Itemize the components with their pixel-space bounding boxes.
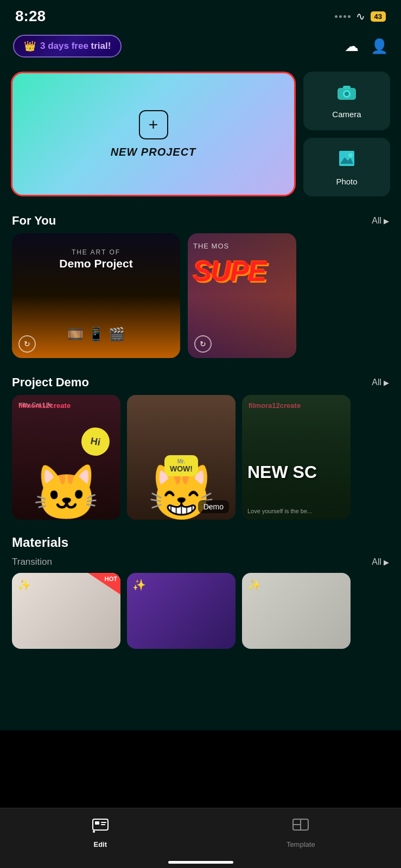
clapper-icon: 🎬: [109, 327, 125, 342]
for-you-section-header: For You All ▶: [0, 207, 401, 233]
hi-bubble: Hi: [79, 425, 112, 458]
top-cards-row: + NEW PROJECT Camera: [0, 65, 401, 207]
phone-icon: 📱: [88, 327, 104, 342]
card-demo-title: Demo Project: [12, 257, 180, 270]
project-demo-scroll: Kitty Cat Life filmora12create 🐱 Hi 😸 Mr…: [0, 395, 401, 531]
cat-1-emoji: 🐱: [33, 465, 100, 520]
photo-label: Photo: [336, 177, 357, 186]
for-you-title: For You: [12, 214, 56, 228]
project-demo-all-button[interactable]: All ▶: [372, 378, 389, 387]
edit-nav-label: Edit: [93, 840, 107, 848]
crown-icon: 👑: [24, 40, 36, 52]
status-time: 8:28: [15, 8, 46, 25]
main-content: + NEW PROJECT Camera: [0, 65, 401, 730]
hot-badge-text: HOT: [105, 576, 117, 582]
new-project-label: NEW PROJECT: [111, 146, 196, 158]
camera-button[interactable]: Camera: [303, 72, 390, 130]
svg-rect-6: [95, 821, 99, 825]
svg-point-2: [345, 92, 349, 96]
for-you-card-1[interactable]: THE ART OF Demo Project 🎞️ 📱 🎬 ↻: [12, 233, 180, 358]
replay-icon: ↻: [24, 340, 30, 348]
transition-card-1[interactable]: ✨ HOT: [12, 573, 120, 649]
signal-dot-4: [348, 15, 351, 18]
tc-icon-1: ✨: [17, 578, 31, 591]
photo-icon: [337, 149, 357, 173]
photo-button[interactable]: Photo: [303, 138, 390, 196]
cloud-icon[interactable]: ☁: [345, 38, 359, 55]
card-1-replay-button[interactable]: ↻: [18, 335, 36, 353]
nav-template[interactable]: Template: [201, 815, 402, 852]
edit-nav-icon: [92, 818, 109, 837]
project-demo-section-header: Project Demo All ▶: [0, 369, 401, 395]
filmora-tag-1: filmora12create: [18, 401, 71, 410]
card-super-text: SUPE: [193, 255, 266, 288]
wifi-icon: ∿: [356, 10, 365, 23]
battery-badge: 43: [371, 11, 386, 22]
svg-point-9: [93, 831, 95, 833]
status-icons: ∿ 43: [335, 10, 386, 23]
demo-card-2[interactable]: 😸 Mr. WOW! Demo: [127, 395, 235, 520]
signal-dot-1: [335, 15, 338, 18]
tc-icon-2: ✨: [132, 578, 146, 591]
camera-label: Camera: [332, 110, 361, 119]
svg-rect-5: [93, 819, 108, 830]
card-filmstrip: 🎞️ 📱 🎬: [12, 327, 180, 342]
transition-header: Transition All ▶: [0, 552, 401, 573]
chevron-right-icon-2: ▶: [384, 379, 389, 387]
tc-icon-3: ✨: [247, 578, 261, 591]
transition-all-button[interactable]: All ▶: [372, 557, 389, 567]
side-cards: Camera Photo: [303, 72, 390, 196]
signal-dot-2: [339, 15, 342, 18]
trial-free-text: 3 days free trial!: [40, 41, 111, 52]
card-most-text: THE MOS: [193, 242, 229, 250]
film-reel-icon: 🎞️: [67, 327, 84, 342]
home-indicator: [168, 861, 233, 864]
header-row: 👑 3 days free trial! ☁ 👤: [0, 29, 401, 65]
template-nav-icon: [292, 818, 309, 837]
new-project-button[interactable]: + NEW PROJECT: [11, 72, 296, 196]
svg-point-4: [348, 153, 353, 157]
signal-dots: [335, 15, 351, 18]
card-2-replay-button[interactable]: ↻: [194, 335, 212, 353]
for-you-card-2[interactable]: THE MOS SUPE ↻: [188, 233, 296, 358]
chevron-right-icon: ▶: [384, 217, 389, 225]
demo-card-3[interactable]: filmora12create NEW SC Love yourself is …: [242, 395, 351, 520]
love-text: Love yourself is the be...: [247, 508, 312, 514]
new-sc-text: NEW SC: [247, 462, 317, 482]
transition-card-3[interactable]: ✨: [242, 573, 351, 649]
card-art-of-text: THE ART OF: [12, 248, 180, 256]
template-nav-label: Template: [287, 840, 315, 848]
demo-label: Demo: [198, 500, 229, 513]
replay-icon-2: ↻: [200, 340, 206, 348]
camera-icon: [336, 84, 357, 105]
signal-dot-3: [343, 15, 346, 18]
for-you-all-button[interactable]: All ▶: [372, 216, 389, 226]
project-demo-title: Project Demo: [12, 375, 89, 390]
chevron-right-icon-3: ▶: [384, 558, 389, 566]
for-you-scroll: THE ART OF Demo Project 🎞️ 📱 🎬 ↻ THE MOS…: [0, 233, 401, 369]
transition-card-2[interactable]: ✨: [127, 573, 235, 649]
header-actions: ☁ 👤: [345, 38, 388, 55]
trial-badge[interactable]: 👑 3 days free trial!: [13, 35, 122, 58]
demo-card-1[interactable]: Kitty Cat Life filmora12create 🐱 Hi: [12, 395, 120, 520]
transition-scroll: ✨ HOT ✨ ✨: [0, 573, 401, 665]
svg-rect-3: [343, 86, 351, 89]
materials-header: Materials: [0, 531, 401, 552]
transition-label: Transition: [12, 557, 52, 567]
wow-bubble: Mr. WOW!: [164, 455, 198, 476]
bottom-nav: Edit Template: [0, 808, 401, 868]
materials-title: Materials: [12, 535, 68, 550]
nav-edit[interactable]: Edit: [0, 815, 201, 852]
new-project-plus-icon: +: [139, 110, 168, 139]
status-bar: 8:28 ∿ 43: [0, 0, 401, 29]
profile-icon[interactable]: 👤: [371, 38, 388, 55]
